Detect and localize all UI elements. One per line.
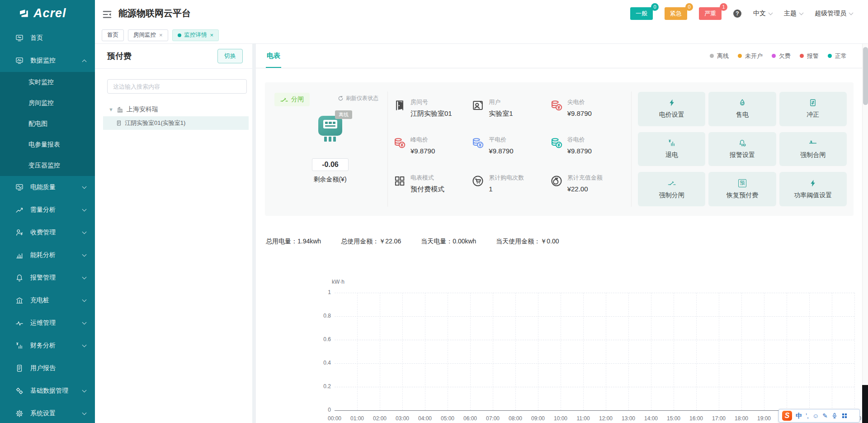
sidebar-item-8[interactable]: 需量分析 — [0, 199, 95, 221]
action-power-threshold-button[interactable]: 功率阈值设置 — [779, 172, 847, 206]
breadcrumb-tab-0[interactable]: 首页 — [102, 29, 124, 41]
legend-dot-icon — [772, 54, 776, 58]
sidebar-subitem-5[interactable]: 电参量报表 — [0, 134, 95, 155]
x-axis-tick: 15:00 — [667, 415, 680, 422]
breadcrumb-tab-1[interactable]: 房间监控× — [128, 29, 168, 41]
sidebar-item-14[interactable]: 财务分析 — [0, 334, 95, 357]
x-axis-tick: 09:00 — [531, 415, 545, 422]
close-tab-icon[interactable]: × — [210, 32, 214, 38]
search-input[interactable] — [107, 79, 247, 94]
trip-switch-button[interactable]: 分闸 — [274, 93, 310, 106]
vertical-scrollbar[interactable] — [862, 44, 868, 423]
sidebar: Acrel 首页数据监控实时监控房间监控配电图电参量报表变压器监控电能质量需量分… — [0, 0, 95, 423]
breadcrumb-tab-label: 首页 — [107, 31, 118, 39]
stat-value: 1.94kwh — [297, 238, 321, 245]
sidebar-item-1[interactable]: 数据监控 — [0, 49, 95, 72]
sidebar-subitem-label: 实时监控 — [28, 78, 54, 86]
scrollbar-thumb[interactable] — [863, 47, 868, 105]
sidebar-item-16[interactable]: 基础数据管理 — [0, 380, 95, 402]
tree-node-room-selected[interactable]: 江阴实验室01(实验室1) — [103, 116, 249, 130]
action-label: 报警设置 — [730, 151, 755, 159]
x-axis-tick: 02:00 — [373, 415, 387, 422]
theme-dropdown[interactable]: 主题 — [784, 10, 803, 18]
pinyin-indicator-icon[interactable]: 中 — [796, 413, 802, 419]
alarm-badge-count: 1 — [720, 3, 727, 11]
chevron-down-icon — [82, 185, 87, 189]
meter-field-4: 平电价¥9.8790 — [472, 130, 550, 168]
sidebar-item-11[interactable]: 报警管理 — [0, 266, 95, 289]
legend-item-3: 报警 — [800, 52, 819, 60]
action-label: 冲正 — [807, 111, 819, 119]
breadcrumb-tab-2[interactable]: 监控详情× — [172, 29, 219, 41]
action-zap-button[interactable]: 电价设置 — [638, 92, 705, 126]
action-label: 强制合闸 — [800, 151, 826, 159]
meter-field-5: 谷电价¥9.8790 — [550, 130, 628, 168]
action-close-switch-button[interactable]: 强制合闸 — [779, 132, 847, 166]
collapse-menu-icon[interactable] — [102, 10, 112, 18]
refresh-meter-status[interactable]: 刷新仪表状态 — [338, 95, 378, 102]
sidebar-submenu: 实时监控房间监控配电图电参量报表变压器监控 — [0, 72, 95, 176]
sidebar-item-label: 首页 — [30, 34, 43, 42]
action-restore-prepay-button[interactable]: 预恢复预付费 — [708, 172, 776, 206]
chevron-down-icon — [82, 252, 87, 257]
sidebar-subitem-label: 变压器监控 — [28, 162, 60, 170]
close-tab-icon[interactable]: × — [159, 32, 163, 38]
user-dropdown[interactable]: 超级管理员 — [815, 10, 853, 18]
switch-button[interactable]: 切换 — [217, 49, 243, 63]
field-value: 预付费模式 — [410, 185, 444, 194]
help-icon[interactable]: ? — [733, 10, 741, 18]
stat-label: 总使用金额： — [341, 238, 379, 245]
action-sell-button[interactable]: 售电 — [708, 92, 776, 126]
language-dropdown[interactable]: 中文 — [753, 10, 772, 18]
action-reversal-button[interactable]: 冲正 — [779, 92, 847, 126]
emoji-icon[interactable]: ☺ — [812, 413, 819, 419]
meter-field-7: 累计购电次数1 — [472, 168, 550, 206]
stat-2: 当天电量：0.00kwh — [421, 238, 476, 246]
sidebar-item-0[interactable]: 首页 — [0, 27, 95, 49]
caret-down-icon[interactable]: ▼ — [108, 107, 113, 112]
alarm-badge-1[interactable]: 紧急0 — [665, 7, 687, 20]
mode-icon — [393, 175, 406, 187]
main-panel: 电表 离线未开户欠费报警正常 分闸 刷新仪表状态 离线 -0.06 剩余金额(¥… — [256, 44, 862, 423]
finance-analysis-icon — [15, 342, 24, 350]
usage-stats: 总用电量：1.94kwh总使用金额：￥22.06当天电量：0.00kwh当天使用… — [266, 238, 862, 246]
voice-icon[interactable] — [831, 413, 838, 419]
sidebar-item-13[interactable]: 运维管理 — [0, 312, 95, 334]
alarm-badge-2[interactable]: 严重1 — [699, 7, 722, 20]
field-label: 用户 — [489, 98, 513, 106]
meter-illustration — [318, 116, 342, 141]
alarm-badge-0[interactable]: 一般0 — [630, 7, 653, 20]
h-gridline — [335, 410, 854, 411]
sidebar-subitem-3[interactable]: 房间监控 — [0, 93, 95, 114]
sidebar-subitem-label: 房间监控 — [28, 99, 54, 107]
sidebar-item-15[interactable]: 用户报告 — [0, 357, 95, 380]
keyboard-icon[interactable] — [841, 413, 848, 419]
sidebar-item-10[interactable]: 能耗分析 — [0, 244, 95, 266]
tab-meter[interactable]: 电表 — [266, 44, 281, 67]
app-logo: Acrel — [0, 0, 95, 27]
v-gridline — [402, 293, 403, 410]
action-open-switch-button[interactable]: 强制分闸 — [638, 172, 705, 206]
sidebar-item-17[interactable]: 系统设置 — [0, 402, 95, 423]
v-gridline — [674, 293, 674, 410]
x-axis-tick: 14:00 — [644, 415, 658, 422]
sidebar-subitem-4[interactable]: 配电图 — [0, 114, 95, 134]
tree-node-company[interactable]: ▼ 上海安科瑞 — [95, 103, 252, 116]
sidebar-item-7[interactable]: 电能质量 — [0, 176, 95, 199]
handwriting-icon[interactable]: ✎ — [822, 413, 828, 419]
stat-value: 0.00kwh — [453, 238, 476, 245]
x-axis-tick: 16:00 — [689, 415, 703, 422]
restore-prepay-icon: 预 — [738, 179, 746, 187]
coins-icon — [472, 137, 484, 149]
trip-switch-label: 分闸 — [291, 95, 304, 104]
sidebar-subitem-2[interactable]: 实时监控 — [0, 72, 95, 93]
action-refund-button[interactable]: 退电 — [638, 132, 705, 166]
sidebar-subitem-6[interactable]: 变压器监控 — [0, 155, 95, 176]
sidebar-item-12[interactable]: 充电桩 — [0, 289, 95, 312]
coins-icon — [550, 99, 563, 112]
h-gridline — [335, 293, 854, 293]
sogou-logo-icon[interactable]: S — [782, 411, 792, 421]
action-alarm-setting-button[interactable]: 报警设置 — [708, 132, 776, 166]
sidebar-item-9[interactable]: 收费管理 — [0, 221, 95, 244]
tone-icon[interactable]: ’, — [806, 413, 809, 419]
